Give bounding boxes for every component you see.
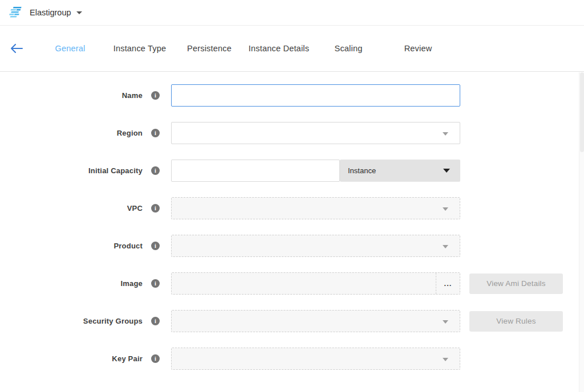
wizard-tab-bar: General Instance Type Persistence Instan…: [0, 26, 584, 72]
security-groups-label: Security Groups: [83, 317, 143, 325]
chevron-down-icon: [443, 320, 448, 324]
general-settings-form: Name i Region i Initial Capacity i Insta…: [0, 72, 584, 370]
tab-scaling[interactable]: Scaling: [314, 44, 383, 53]
region-label: Region: [117, 129, 143, 137]
vertical-scrollbar[interactable]: [579, 72, 584, 392]
vpc-row: VPC i: [0, 197, 584, 219]
security-groups-select: [171, 310, 460, 332]
info-icon: i: [151, 279, 160, 288]
key-pair-label: Key Pair: [112, 354, 143, 363]
tab-persistence[interactable]: Persistence: [175, 44, 244, 53]
initial-capacity-label: Initial Capacity: [88, 166, 143, 175]
image-input: ...: [171, 272, 460, 295]
wizard-tabs: General Instance Type Persistence Instan…: [35, 44, 453, 53]
name-row: Name i: [0, 84, 584, 107]
tab-general[interactable]: General: [35, 44, 105, 53]
chevron-down-icon: [76, 11, 82, 14]
capacity-unit-select[interactable]: Instance: [340, 160, 460, 182]
back-arrow-icon: [10, 44, 23, 53]
image-value: [172, 273, 436, 294]
image-row: Image i ... View Ami Details: [0, 272, 584, 295]
info-icon: i: [151, 317, 160, 325]
info-icon: i: [151, 354, 160, 363]
back-button[interactable]: [10, 44, 35, 53]
tab-instance-details[interactable]: Instance Details: [244, 44, 314, 53]
info-icon: i: [151, 242, 160, 250]
region-row: Region i: [0, 122, 584, 144]
key-pair-row: Key Pair i: [0, 348, 584, 370]
tab-review[interactable]: Review: [383, 44, 453, 53]
tab-instance-type[interactable]: Instance Type: [105, 44, 175, 53]
view-rules-button: View Rules: [469, 311, 563, 332]
chevron-down-icon: [443, 358, 448, 361]
info-icon: i: [151, 204, 160, 213]
app-header: Elastigroup: [0, 0, 584, 26]
chevron-down-icon: [443, 207, 448, 211]
product-select: [171, 235, 460, 257]
chevron-down-icon: [443, 169, 450, 173]
product-label: Product: [113, 242, 143, 250]
name-label: Name: [122, 91, 143, 100]
elastigroup-logo-icon: [9, 6, 24, 19]
info-icon: i: [151, 166, 160, 175]
capacity-unit-value: Instance: [348, 166, 376, 175]
security-groups-row: Security Groups i View Rules: [0, 310, 584, 332]
info-icon: i: [151, 91, 160, 100]
view-ami-details-button: View Ami Details: [469, 273, 563, 294]
product-row: Product i: [0, 235, 584, 257]
app-switcher[interactable]: Elastigroup: [30, 8, 82, 17]
region-select[interactable]: [171, 122, 460, 144]
info-icon: i: [151, 129, 160, 137]
initial-capacity-row: Initial Capacity i Instance: [0, 160, 584, 182]
image-label: Image: [120, 279, 143, 288]
name-input[interactable]: [171, 84, 460, 107]
vpc-label: VPC: [127, 204, 143, 213]
initial-capacity-input[interactable]: [171, 160, 340, 182]
scrollbar-thumb[interactable]: [580, 72, 584, 152]
vpc-select: [171, 197, 460, 219]
app-title-label: Elastigroup: [30, 8, 71, 17]
key-pair-select: [171, 348, 460, 370]
browse-image-button: ...: [436, 273, 460, 294]
chevron-down-icon: [443, 245, 448, 248]
chevron-down-icon: [443, 132, 448, 136]
